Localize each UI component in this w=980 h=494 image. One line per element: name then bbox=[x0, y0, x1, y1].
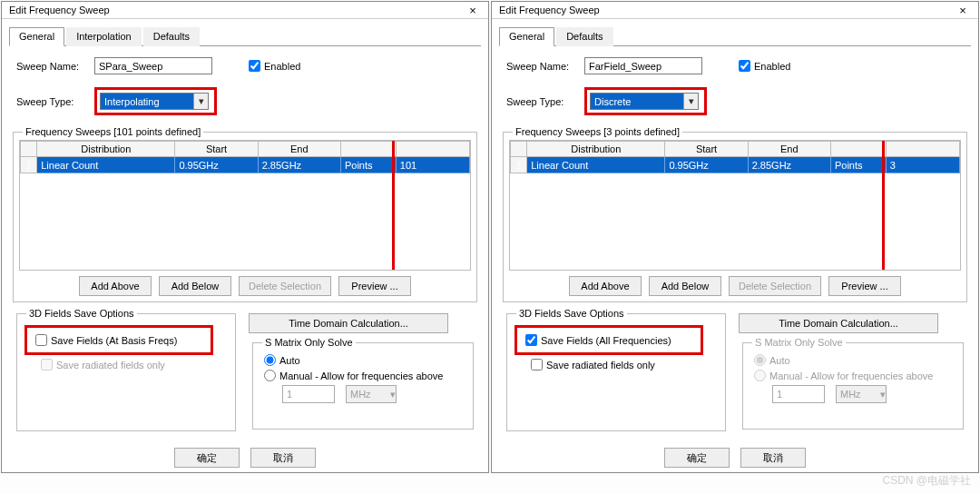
tab-defaults[interactable]: Defaults bbox=[556, 27, 612, 46]
smatrix-group-label: S Matrix Only Solve bbox=[262, 337, 356, 348]
add-above-button[interactable]: Add Above bbox=[569, 276, 642, 296]
cell-value[interactable]: 3 bbox=[886, 157, 959, 173]
col-type[interactable] bbox=[340, 142, 396, 157]
radio-manual-label: Manual - Allow for frequencies above bbox=[279, 370, 443, 381]
freq-table[interactable]: Distribution Start End 1 Linear Count 0.… bbox=[19, 140, 471, 271]
sweep-type-label: Sweep Type: bbox=[16, 96, 94, 107]
col-start[interactable]: Start bbox=[175, 142, 258, 157]
radio-auto-input[interactable] bbox=[264, 354, 276, 366]
highlight-save-fields: Save Fields (At Basis Freqs) bbox=[24, 325, 213, 355]
radio-manual-input[interactable] bbox=[264, 370, 276, 381]
chevron-down-icon[interactable]: ▾ bbox=[193, 94, 208, 109]
sweep-type-dropdown[interactable]: Discrete ▾ bbox=[590, 93, 699, 110]
time-domain-button[interactable]: Time Domain Calculation... bbox=[739, 313, 938, 333]
radio-auto-input bbox=[754, 354, 766, 366]
manual-freq-input bbox=[282, 385, 335, 403]
col-type[interactable] bbox=[830, 142, 886, 157]
table-header-row: Distribution Start End bbox=[511, 142, 960, 157]
time-domain-button[interactable]: Time Domain Calculation... bbox=[249, 313, 448, 333]
enabled-checkbox[interactable]: Enabled bbox=[739, 60, 790, 72]
cell-end[interactable]: 2.85GHz bbox=[748, 157, 830, 173]
sweep-name-input[interactable] bbox=[584, 57, 702, 74]
preview-button[interactable]: Preview ... bbox=[338, 276, 411, 296]
close-icon[interactable]: × bbox=[953, 2, 973, 18]
col-end[interactable]: End bbox=[748, 142, 830, 157]
cell-value[interactable]: 101 bbox=[396, 157, 469, 173]
window-title: Edit Frequency Sweep bbox=[9, 5, 110, 15]
col-distribution[interactable]: Distribution bbox=[527, 142, 665, 157]
sweep-type-value: Interpolating bbox=[104, 96, 160, 107]
save-radiated-checkbox: Save radiated fields only bbox=[41, 359, 224, 370]
save-fields-label: Save Fields (All Frequencies) bbox=[541, 335, 671, 346]
highlight-save-fields: Save Fields (All Frequencies) bbox=[514, 325, 703, 355]
col-value[interactable] bbox=[396, 142, 469, 157]
tab-general[interactable]: General bbox=[499, 27, 554, 46]
radio-auto[interactable]: Auto bbox=[264, 354, 462, 366]
freq-table[interactable]: Distribution Start End 1 Linear Count 0.… bbox=[509, 140, 961, 271]
cell-end[interactable]: 2.85GHz bbox=[258, 157, 340, 173]
col-value[interactable] bbox=[886, 142, 959, 157]
save-radiated-checkbox-input bbox=[41, 359, 53, 370]
save-fields-checkbox-input[interactable] bbox=[35, 334, 47, 346]
radio-manual-input bbox=[754, 370, 766, 381]
add-below-button[interactable]: Add Below bbox=[649, 276, 721, 296]
row-index: 1 bbox=[21, 157, 37, 173]
save-radiated-checkbox[interactable]: Save radiated fields only bbox=[531, 359, 714, 370]
cell-start[interactable]: 0.95GHz bbox=[175, 157, 258, 173]
window-title: Edit Frequency Sweep bbox=[499, 5, 600, 15]
titlebar: Edit Frequency Sweep × bbox=[2, 2, 488, 19]
chevron-down-icon[interactable]: ▾ bbox=[683, 94, 698, 109]
sweep-type-dropdown[interactable]: Interpolating ▾ bbox=[100, 93, 209, 110]
radio-auto-label: Auto bbox=[769, 355, 790, 366]
dialog-left: Edit Frequency Sweep × General Interpola… bbox=[1, 1, 489, 473]
preview-button[interactable]: Preview ... bbox=[828, 276, 901, 296]
tab-interpolation[interactable]: Interpolation bbox=[66, 27, 142, 46]
tab-row: General Defaults bbox=[499, 26, 971, 46]
fields-save-options-label: 3D Fields Save Options bbox=[26, 308, 137, 319]
enabled-checkbox[interactable]: Enabled bbox=[249, 60, 300, 72]
col-distribution[interactable]: Distribution bbox=[37, 142, 175, 157]
tab-general[interactable]: General bbox=[9, 27, 64, 46]
save-radiated-label: Save radiated fields only bbox=[56, 360, 165, 370]
enabled-checkbox-input[interactable] bbox=[249, 60, 260, 72]
cancel-button[interactable]: 取消 bbox=[250, 448, 316, 468]
table-row[interactable]: 1 Linear Count 0.95GHz 2.85GHz Points 3 bbox=[511, 157, 960, 173]
row-index: 1 bbox=[511, 157, 527, 173]
radio-manual[interactable]: Manual - Allow for frequencies above bbox=[264, 370, 462, 381]
fields-save-options-label: 3D Fields Save Options bbox=[516, 308, 627, 319]
enabled-label: Enabled bbox=[264, 61, 300, 72]
sweep-type-label: Sweep Type: bbox=[506, 96, 584, 107]
tab-defaults[interactable]: Defaults bbox=[143, 27, 200, 46]
cell-distribution[interactable]: Linear Count bbox=[37, 157, 175, 173]
radio-manual-label: Manual - Allow for frequencies above bbox=[769, 370, 933, 381]
cancel-button[interactable]: 取消 bbox=[740, 448, 806, 468]
sweep-name-input[interactable] bbox=[94, 57, 212, 74]
titlebar: Edit Frequency Sweep × bbox=[492, 2, 978, 19]
highlight-sweep-type: Interpolating ▾ bbox=[94, 87, 217, 115]
cell-type[interactable]: Points bbox=[830, 157, 886, 173]
col-start[interactable]: Start bbox=[665, 142, 748, 157]
enabled-checkbox-input[interactable] bbox=[739, 60, 750, 72]
cell-type[interactable]: Points bbox=[340, 157, 396, 173]
tab-row: General Interpolation Defaults bbox=[9, 26, 481, 46]
table-row[interactable]: 1 Linear Count 0.95GHz 2.85GHz Points 10… bbox=[21, 157, 470, 173]
delete-selection-button[interactable]: Delete Selection bbox=[239, 276, 331, 296]
ok-button[interactable]: 确定 bbox=[664, 448, 730, 468]
close-icon[interactable]: × bbox=[463, 2, 483, 18]
delete-selection-button[interactable]: Delete Selection bbox=[729, 276, 821, 296]
cell-distribution[interactable]: Linear Count bbox=[527, 157, 665, 173]
add-below-button[interactable]: Add Below bbox=[159, 276, 231, 296]
ok-button[interactable]: 确定 bbox=[174, 448, 240, 468]
save-radiated-checkbox-input[interactable] bbox=[531, 359, 543, 370]
save-fields-checkbox-input[interactable] bbox=[525, 334, 537, 346]
sweep-name-label: Sweep Name: bbox=[506, 61, 584, 72]
cell-start[interactable]: 0.95GHz bbox=[665, 157, 748, 173]
manual-unit-value: MHz bbox=[350, 389, 371, 400]
save-fields-checkbox[interactable]: Save Fields (At Basis Freqs) bbox=[35, 334, 200, 346]
add-above-button[interactable]: Add Above bbox=[79, 276, 152, 296]
col-end[interactable]: End bbox=[258, 142, 340, 157]
chevron-down-icon: ▾ bbox=[880, 389, 886, 400]
sweep-name-label: Sweep Name: bbox=[16, 61, 94, 72]
save-fields-checkbox[interactable]: Save Fields (All Frequencies) bbox=[525, 334, 690, 346]
manual-unit-dropdown: MHz ▾ bbox=[836, 385, 887, 403]
